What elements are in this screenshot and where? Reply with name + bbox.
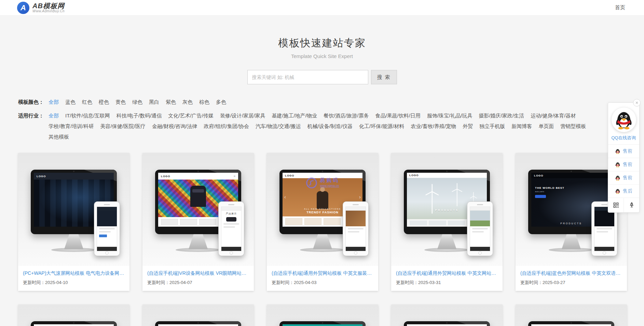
screen-logo: LOGO	[37, 175, 46, 178]
qq-contact-aftersale[interactable]: 售后	[608, 185, 639, 198]
template-card-8[interactable]: LOGO	[267, 304, 378, 326]
template-title[interactable]: (自适应手机端)通用外贸网站模板 中英文网站源码 - ...	[396, 270, 498, 277]
phone-mockup	[467, 201, 493, 256]
template-card-9[interactable]: LOGO 400-888-8888	[391, 304, 503, 326]
screen-headline: TRENDY FASHION	[306, 211, 338, 214]
monitor-mockup: LOGO ✆ 400-888-8888	[31, 321, 117, 326]
qq-contact-presale-2[interactable]: 售前	[608, 158, 639, 171]
industry-filter-item[interactable]: 新闻博客	[511, 122, 532, 130]
industry-filter-item[interactable]: IT/软件/信息/互联网	[65, 112, 110, 119]
industry-filter-item[interactable]: 营销型模板	[560, 122, 586, 130]
search-input[interactable]	[247, 70, 368, 84]
model-figure	[317, 191, 328, 209]
industry-filter-item[interactable]: 政府/组织/集团/协会	[204, 122, 249, 130]
template-title[interactable]: (PC+WAP)大气滚屏网站模板 电气电力设备网站源码...	[23, 270, 125, 277]
back-to-top-button[interactable]	[624, 198, 639, 212]
industry-filter-item[interactable]: 汽车/物流/交通/搬运	[256, 122, 301, 130]
color-filter-yellow[interactable]: 黄色	[115, 98, 126, 106]
close-icon[interactable]: ×	[633, 99, 641, 107]
page-title: 模板快速建站专家	[0, 36, 644, 50]
qq-logo-icon	[612, 108, 636, 132]
color-filter-label: 模板颜色：	[18, 98, 44, 106]
carousel-next-icon: ›	[359, 194, 361, 200]
color-filter-gray[interactable]: 灰色	[182, 98, 193, 106]
industry-filter-item[interactable]: 装修/设计/家居/家具	[220, 112, 265, 119]
industry-filter-item[interactable]: 金融/财税/咨询/法律	[152, 122, 197, 130]
color-filter-all[interactable]: 全部	[49, 98, 59, 106]
industry-filter-item[interactable]: 食品/果蔬/饮料/日用	[375, 112, 421, 119]
monitor-mockup: LOGO ✆ 400-888-8888	[528, 321, 614, 326]
screen-cta-button	[535, 195, 546, 198]
template-card-6[interactable]: LOGO ✆ 400-888-8888	[18, 304, 129, 326]
industry-filter-item[interactable]: 外贸	[463, 122, 473, 130]
logo-icon: A	[17, 2, 29, 14]
qq-contact-presale-1[interactable]: 售前	[608, 145, 639, 158]
template-preview: LOGO	[391, 153, 503, 266]
template-title[interactable]: (自适应手机端)通用外贸网站模板 中英文服装外贸网...	[272, 270, 373, 277]
screen-logo: LOGO	[161, 175, 170, 178]
vr-person-figure	[190, 186, 206, 207]
industry-filter-item[interactable]: 摄影/婚庆/家政/生活	[479, 112, 524, 119]
logo-text: AB模板网	[32, 2, 65, 9]
industry-filter-item[interactable]: 农业/畜牧/养殖/宠物	[411, 122, 456, 130]
industry-filter-item[interactable]: 文化/艺术/广告/传媒	[168, 112, 214, 119]
template-date: 更新时间：2025-03-31	[396, 280, 498, 286]
filters-section: 模板颜色： 全部 蓝色 红色 橙色 黄色 绿色 黑白 紫色 灰色 棕色 多色 适…	[18, 98, 627, 141]
color-filter-purple[interactable]: 紫色	[166, 98, 176, 106]
color-filter-green[interactable]: 绿色	[132, 98, 142, 106]
industry-filter-item[interactable]: 基建/施工/地产/物业	[272, 112, 317, 119]
industry-filter-item[interactable]: 科技/电子/数码/通信	[117, 112, 162, 119]
template-title[interactable]: (自适应手机端)蓝色外贸网站模板 中英文双语网站源...	[520, 270, 622, 277]
screen-subhead: auto parts	[535, 190, 564, 193]
nav-home-link[interactable]: 首页	[615, 4, 625, 11]
qq-icon	[615, 188, 620, 194]
qrcode-button[interactable]	[608, 198, 624, 212]
template-preview: LOGO 400-888-8888	[391, 304, 503, 326]
industry-filter-item[interactable]: 全部	[49, 112, 59, 119]
color-filter-blue[interactable]: 蓝色	[65, 98, 76, 106]
industry-filter-item[interactable]: 美容/保健/医院/医疗	[100, 122, 146, 130]
template-card-7[interactable]: LOGO ✆ 400-888-8888 Controller	[142, 304, 254, 326]
industry-filter-item[interactable]: 学校/教育/培训/科研	[49, 122, 94, 130]
screen-logo: LOGO	[534, 174, 544, 177]
color-filter-orange[interactable]: 橙色	[99, 98, 109, 106]
industry-filter-item[interactable]: 餐饮/酒店/旅游/票务	[324, 112, 369, 119]
template-card-2[interactable]: LOGO ≡ 产品展示	[142, 153, 254, 291]
site-logo[interactable]: A AB模板网 Www.AdminBuy.Cn	[17, 2, 65, 14]
color-filter-red[interactable]: 红色	[82, 98, 92, 106]
industry-filter-item[interactable]: 机械/设备/制造/仪器	[307, 122, 353, 130]
monitor-mockup: LOGO ✆ 400-888-8888 Controller	[155, 321, 241, 326]
industry-filter-item[interactable]: 服饰/珠宝/礼品/玩具	[427, 112, 472, 119]
qq-contact-presale-3[interactable]: 售前	[608, 171, 639, 185]
industry-filter-item[interactable]: 独立手机版	[479, 122, 505, 130]
template-preview: LOGO ≡ 产品展示	[142, 153, 254, 266]
template-preview: LOGO ‹ › ALL NEW COLLECTIONS TRENDY FASH…	[267, 153, 378, 266]
industry-filter-item[interactable]: 其他模板	[49, 133, 69, 141]
qq-icon	[615, 148, 620, 154]
logo-subtext: Www.AdminBuy.Cn	[32, 9, 65, 13]
phone-mockup	[343, 201, 369, 256]
industry-filter-item[interactable]: 化工/环保/能源/材料	[359, 122, 405, 130]
template-card-1[interactable]: LOGO (PC+WAP)大气滚屏网站模板 电气电力设备网站源码... 更新时间…	[18, 153, 129, 291]
color-filter-brown[interactable]: 棕色	[199, 98, 209, 106]
phone-screen-label: 产品展示	[221, 212, 241, 215]
screen-headline: THE WORLD BEST	[535, 186, 564, 189]
carousel-prev-icon: ‹	[284, 194, 286, 200]
template-preview: LOGO ✆ 400-888-8888 Controller	[142, 304, 254, 326]
color-filter-multi[interactable]: 多色	[216, 98, 226, 106]
industry-filter-item[interactable]: 运动/健身/体育/器材	[531, 112, 576, 119]
color-filter-bw[interactable]: 黑白	[149, 98, 159, 106]
template-preview: LOGO	[267, 304, 378, 326]
hero-section: 模板快速建站专家 Template Quick Site Expert 搜 索	[0, 16, 644, 84]
vr-goggles-graphic	[226, 217, 236, 222]
template-card-3[interactable]: LOGO ‹ › ALL NEW COLLECTIONS TRENDY FASH…	[267, 153, 378, 291]
template-card-4[interactable]: LOGO	[391, 153, 503, 291]
template-card-10[interactable]: LOGO ✆ 400-888-8888	[516, 304, 627, 326]
page-subtitle: Template Quick Site Expert	[0, 53, 644, 59]
template-date: 更新时间：2025-04-03	[272, 280, 373, 286]
industry-filter-item[interactable]: 单页面	[538, 122, 554, 130]
industry-filter-row: 适用行业： 全部 IT/软件/信息/互联网 科技/电子/数码/通信 文化/艺术/…	[18, 112, 627, 141]
search-button[interactable]: 搜 索	[371, 70, 397, 84]
template-date: 更新时间：2025-04-07	[147, 280, 249, 286]
template-title[interactable]: (自适应手机端)VR设备网站模板 VR眼睛网站源码下载	[147, 270, 249, 277]
